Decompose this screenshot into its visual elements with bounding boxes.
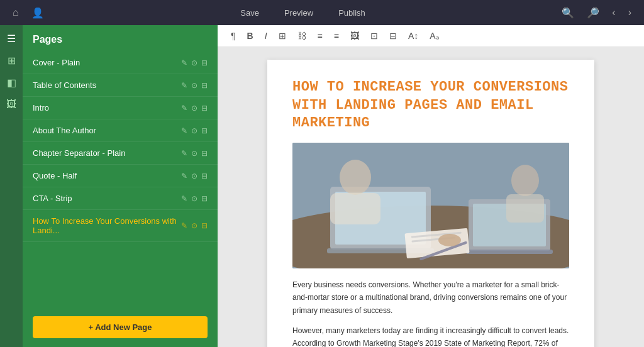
editor-page: HOW TO INCREASE YOUR CONVERSIONS WITH LA… [267,60,594,347]
page-item-actions: ✎ ⊙ ⊟ [181,81,208,90]
edit-icon[interactable]: ✎ [181,221,187,230]
paragraph-button[interactable]: ¶ [228,29,239,43]
edit-icon[interactable]: ✎ [181,58,187,67]
page-item-quote-half[interactable]: Quote - Half ✎ ⊙ ⊟ [23,165,218,187]
page-item-label: How To Increase Your Conversions with La… [33,216,181,235]
copy-icon[interactable]: ⊙ [191,149,197,158]
page-item-intro[interactable]: Intro ✎ ⊙ ⊟ [23,97,218,119]
media-button[interactable]: ⊡ [367,29,381,43]
svg-point-16 [438,234,461,246]
body-paragraph-1: Every business needs conversions. Whethe… [292,278,569,317]
copy-icon[interactable]: ⊙ [191,126,197,135]
edit-icon[interactable]: ✎ [181,104,187,113]
edit-icon[interactable]: ✎ [181,172,187,180]
delete-icon[interactable]: ⊟ [201,172,208,180]
italic-button[interactable]: I [262,29,270,43]
icon-sidebar: ☰ ⊞ ◧ 🖼 [0,25,23,347]
page-item-actions: ✎ ⊙ ⊟ [181,172,208,180]
publish-button[interactable]: Publish [333,6,370,20]
edit-icon[interactable]: ✎ [181,126,187,135]
page-item-label: Intro [33,103,181,113]
svg-rect-9 [330,193,380,224]
editor-area: ¶ B I ⊞ ⛓ ≡ ≡ 🖼 ⊡ ⊟ A↕ Aₐ HOW TO INCREAS… [218,25,644,347]
grid-icon[interactable]: ⊞ [8,55,16,67]
delete-icon[interactable]: ⊟ [201,194,208,203]
font-width-button[interactable]: Aₐ [426,29,441,43]
page-item-actions: ✎ ⊙ ⊟ [181,126,208,135]
page-item-cover-plain[interactable]: Cover - Plain ✎ ⊙ ⊟ [23,52,218,74]
image-insert-button[interactable]: 🖼 [347,29,362,43]
user-icon[interactable]: 👤 [29,4,47,21]
top-nav-center: Save Preview Publish [235,6,370,20]
page-item-actions: ✎ ⊙ ⊟ [181,58,208,67]
svg-rect-7 [466,250,553,254]
copy-icon[interactable]: ⊙ [191,172,197,180]
home-icon[interactable]: ⌂ [10,4,21,21]
align-left-button[interactable]: ≡ [314,29,326,43]
image-scene [292,143,569,268]
top-nav-left: ⌂ 👤 [10,4,47,21]
svg-rect-11 [506,194,544,223]
page-item-chapter-separator-plain[interactable]: Chapter Separator - Plain ✎ ⊙ ⊟ [23,142,218,165]
image-icon[interactable]: 🖼 [6,99,16,110]
page-item-actions: ✎ ⊙ ⊟ [181,221,208,230]
page-hero-image [292,143,569,268]
page-item-how-to-increase[interactable]: How To Increase Your Conversions with La… [23,210,218,242]
embed-button[interactable]: ⊟ [386,29,400,43]
page-item-actions: ✎ ⊙ ⊟ [181,149,208,158]
page-item-label: Cover - Plain [33,58,181,67]
pages-list: Cover - Plain ✎ ⊙ ⊟ Table of Contents ✎ … [23,52,218,307]
page-item-about-the-author[interactable]: About The Author ✎ ⊙ ⊟ [23,119,218,142]
page-title: HOW TO INCREASE YOUR CONVERSIONS WITH LA… [292,79,569,133]
page-item-label: Table of Contents [33,80,181,90]
edit-icon[interactable]: ✎ [181,149,187,158]
page-item-label: Quote - Half [33,171,181,180]
copy-icon[interactable]: ⊙ [191,104,197,113]
back-icon[interactable]: ‹ [609,4,618,21]
delete-icon[interactable]: ⊟ [201,149,208,158]
delete-icon[interactable]: ⊟ [201,221,208,230]
main-layout: ☰ ⊞ ◧ 🖼 Pages Cover - Plain ✎ ⊙ ⊟ Table … [0,25,644,347]
page-item-actions: ✎ ⊙ ⊟ [181,104,208,113]
copy-icon[interactable]: ⊙ [191,81,197,90]
top-nav: ⌂ 👤 Save Preview Publish 🔍 🔎 ‹ › [0,0,644,25]
page-item-cta-strip[interactable]: CTA - Strip ✎ ⊙ ⊟ [23,187,218,210]
body-paragraph-2: However, many marketers today are findin… [292,324,569,347]
page-item-label: Chapter Separator - Plain [33,148,181,158]
pages-panel: Pages Cover - Plain ✎ ⊙ ⊟ Table of Conte… [23,25,218,347]
edit-icon[interactable]: ✎ [181,81,187,90]
menu-icon[interactable]: ☰ [7,33,16,45]
layers-icon[interactable]: ◧ [7,77,16,89]
delete-icon[interactable]: ⊟ [201,126,208,135]
link-button[interactable]: ⛓ [294,29,309,43]
page-item-label: CTA - Strip [33,194,181,203]
bold-button[interactable]: B [244,29,257,43]
align-center-button[interactable]: ≡ [331,29,342,43]
zoom-icon[interactable]: 🔎 [584,4,602,21]
page-item-actions: ✎ ⊙ ⊟ [181,194,208,203]
add-new-page-button[interactable]: + Add New Page [33,316,208,338]
delete-icon[interactable]: ⊟ [201,58,208,67]
font-size-button[interactable]: A↕ [405,29,421,43]
svg-point-8 [340,160,371,195]
svg-point-10 [511,165,539,196]
table-button[interactable]: ⊞ [275,29,289,43]
page-item-table-of-contents[interactable]: Table of Contents ✎ ⊙ ⊟ [23,74,218,97]
save-button[interactable]: Save [235,6,264,20]
page-item-label: About The Author [33,126,181,135]
delete-icon[interactable]: ⊟ [201,81,208,90]
pages-panel-title: Pages [23,25,218,52]
editor-toolbar: ¶ B I ⊞ ⛓ ≡ ≡ 🖼 ⊡ ⊟ A↕ Aₐ [218,25,644,47]
edit-icon[interactable]: ✎ [181,194,187,203]
preview-button[interactable]: Preview [279,6,318,20]
editor-canvas[interactable]: HOW TO INCREASE YOUR CONVERSIONS WITH LA… [218,47,644,347]
copy-icon[interactable]: ⊙ [191,58,197,67]
top-nav-right: 🔍 🔎 ‹ › [559,4,634,21]
forward-icon[interactable]: › [626,4,634,21]
search-icon[interactable]: 🔍 [559,4,577,21]
copy-icon[interactable]: ⊙ [191,194,197,203]
delete-icon[interactable]: ⊟ [201,104,208,113]
copy-icon[interactable]: ⊙ [191,221,197,230]
